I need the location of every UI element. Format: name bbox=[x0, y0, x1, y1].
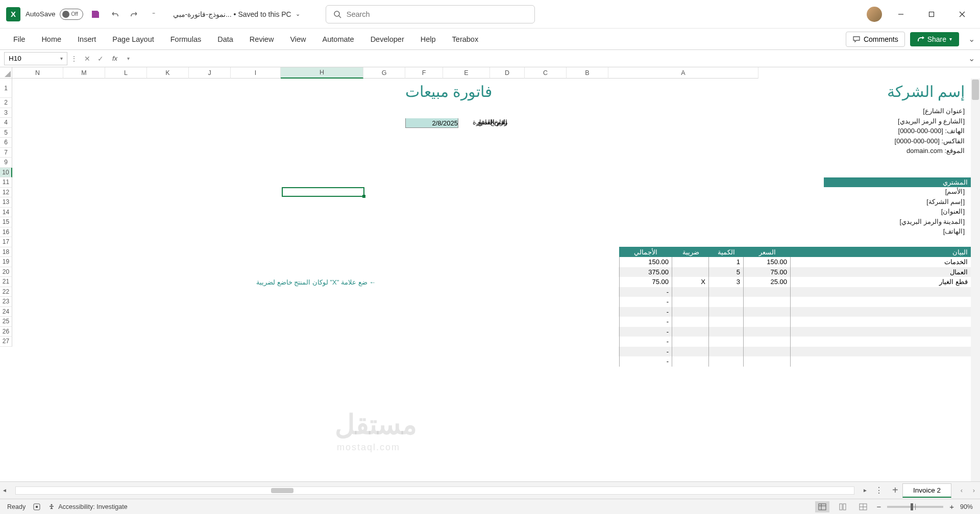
cell-total: - bbox=[619, 287, 672, 297]
fx-icon[interactable]: fx bbox=[108, 55, 121, 62]
row-header-21[interactable]: 21 bbox=[0, 277, 12, 287]
tab-insert[interactable]: Insert bbox=[69, 31, 104, 47]
tab-review[interactable]: Review bbox=[241, 31, 282, 47]
tab-terabox[interactable]: Terabox bbox=[444, 31, 487, 47]
page-break-view-button[interactable] bbox=[856, 501, 870, 512]
row-header-9[interactable]: 9 bbox=[0, 158, 12, 168]
select-all-button[interactable] bbox=[0, 67, 12, 79]
col-header-J[interactable]: J bbox=[189, 67, 231, 79]
row-header-16[interactable]: 16 bbox=[0, 227, 12, 238]
row-header-19[interactable]: 19 bbox=[0, 257, 12, 267]
ribbon-collapse-icon[interactable]: ⌄ bbox=[968, 34, 975, 44]
row-header-5[interactable]: 5 bbox=[0, 128, 12, 138]
col-header-A[interactable]: A bbox=[608, 67, 758, 79]
row-header-3[interactable]: 3 bbox=[0, 108, 12, 118]
user-avatar[interactable] bbox=[867, 7, 882, 22]
col-header-M[interactable]: M bbox=[63, 67, 105, 79]
autosave-toggle[interactable]: AutoSave Off bbox=[26, 9, 83, 20]
zoom-in-button[interactable]: + bbox=[949, 502, 954, 511]
tabs-menu-icon[interactable]: ⋮ bbox=[873, 485, 885, 495]
col-header-L[interactable]: L bbox=[105, 67, 147, 79]
sheet-tab[interactable]: Invoice 2 bbox=[902, 483, 951, 498]
comments-button[interactable]: Comments bbox=[846, 32, 905, 47]
redo-button[interactable] bbox=[127, 7, 141, 21]
tab-next-icon[interactable]: › bbox=[968, 486, 980, 494]
row-header-1[interactable]: 1 bbox=[0, 79, 12, 98]
row-header-23[interactable]: 23 bbox=[0, 297, 12, 307]
cell-price bbox=[744, 347, 791, 357]
row-header-10[interactable]: 10 bbox=[0, 168, 12, 178]
scrollbar-thumb[interactable] bbox=[972, 80, 979, 100]
undo-button[interactable] bbox=[108, 7, 122, 21]
grid[interactable]: إسم الشركة [عنوان الشارع][الشارع و الرمز… bbox=[12, 79, 971, 481]
share-button[interactable]: Share ▾ bbox=[910, 32, 959, 46]
row-header-22[interactable]: 22 bbox=[0, 287, 12, 297]
zoom-slider[interactable] bbox=[887, 506, 943, 508]
col-header-I[interactable]: I bbox=[231, 67, 281, 79]
scroll-left-icon[interactable]: ◄ bbox=[0, 487, 9, 493]
accessibility-status[interactable]: Accessibility: Investigate bbox=[58, 503, 127, 510]
row-header-18[interactable]: 18 bbox=[0, 247, 12, 258]
col-header-G[interactable]: G bbox=[363, 67, 405, 79]
enter-formula-button[interactable]: ✓ bbox=[94, 55, 107, 63]
tab-file[interactable]: File bbox=[5, 31, 33, 47]
row-header-12[interactable]: 12 bbox=[0, 188, 12, 198]
close-button[interactable] bbox=[950, 6, 974, 22]
col-header-D[interactable]: D bbox=[490, 67, 525, 79]
tab-page-layout[interactable]: Page Layout bbox=[104, 31, 162, 47]
row-header-13[interactable]: 13 bbox=[0, 197, 12, 208]
col-header-K[interactable]: K bbox=[147, 67, 189, 79]
row-header-7[interactable]: 7 bbox=[0, 148, 12, 158]
row-header-26[interactable]: 26 bbox=[0, 327, 12, 337]
col-header-H[interactable]: H bbox=[281, 67, 363, 79]
tab-data[interactable]: Data bbox=[209, 31, 241, 47]
row-header-15[interactable]: 15 bbox=[0, 217, 12, 227]
row-header-14[interactable]: 14 bbox=[0, 208, 12, 218]
col-header-N[interactable]: N bbox=[12, 67, 63, 79]
row-header-6[interactable]: 6 bbox=[0, 138, 12, 148]
row-header-11[interactable]: 11 bbox=[0, 177, 12, 188]
row-header-17[interactable]: 17 bbox=[0, 237, 12, 247]
tab-view[interactable]: View bbox=[282, 31, 314, 47]
search-input[interactable] bbox=[347, 10, 527, 18]
add-sheet-button[interactable]: + bbox=[888, 484, 902, 496]
search-box[interactable] bbox=[326, 5, 535, 23]
formula-input[interactable] bbox=[139, 53, 968, 65]
scroll-right-icon[interactable]: ► bbox=[861, 487, 870, 493]
page-layout-view-button[interactable] bbox=[836, 501, 850, 512]
row-header-24[interactable]: 24 bbox=[0, 307, 12, 317]
cancel-formula-button[interactable]: ✕ bbox=[81, 55, 94, 63]
save-button[interactable] bbox=[88, 7, 103, 21]
minimize-button[interactable] bbox=[889, 6, 913, 22]
name-box[interactable]: H10 ▾ bbox=[4, 52, 67, 65]
toggle-switch[interactable]: Off bbox=[60, 9, 83, 20]
header-price: السعر bbox=[744, 247, 791, 257]
tab-formulas[interactable]: Formulas bbox=[162, 31, 209, 47]
row-header-4[interactable]: 4 bbox=[0, 118, 12, 128]
tab-automate[interactable]: Automate bbox=[314, 31, 362, 47]
tab-developer[interactable]: Developer bbox=[362, 31, 412, 47]
horizontal-scrollbar[interactable] bbox=[15, 486, 854, 495]
col-header-E[interactable]: E bbox=[443, 67, 490, 79]
normal-view-button[interactable] bbox=[815, 501, 829, 512]
qat-customize[interactable]: ⁼ bbox=[146, 7, 161, 21]
row-header-20[interactable]: 20 bbox=[0, 267, 12, 277]
filename-area[interactable]: نموذج-فاتورة-مبي... • Saved to this PC ⌄ bbox=[173, 10, 300, 18]
accessibility-icon[interactable] bbox=[48, 503, 55, 510]
scrollbar-thumb[interactable] bbox=[271, 488, 293, 493]
macro-icon[interactable] bbox=[33, 503, 41, 511]
row-header-2[interactable]: 2 bbox=[0, 98, 12, 108]
vertical-scrollbar[interactable] bbox=[971, 79, 980, 481]
row-header-25[interactable]: 25 bbox=[0, 317, 12, 327]
row-header-27[interactable]: 27 bbox=[0, 337, 12, 347]
tab-help[interactable]: Help bbox=[412, 31, 444, 47]
zoom-level[interactable]: 90% bbox=[960, 503, 973, 510]
formula-expand-icon[interactable]: ⌄ bbox=[968, 54, 975, 63]
tab-prev-icon[interactable]: ‹ bbox=[955, 486, 968, 494]
col-header-F[interactable]: F bbox=[405, 67, 443, 79]
maximize-button[interactable] bbox=[920, 6, 943, 22]
col-header-B[interactable]: B bbox=[567, 67, 608, 79]
zoom-out-button[interactable]: − bbox=[876, 502, 881, 511]
col-header-C[interactable]: C bbox=[525, 67, 567, 79]
tab-home[interactable]: Home bbox=[33, 31, 69, 47]
